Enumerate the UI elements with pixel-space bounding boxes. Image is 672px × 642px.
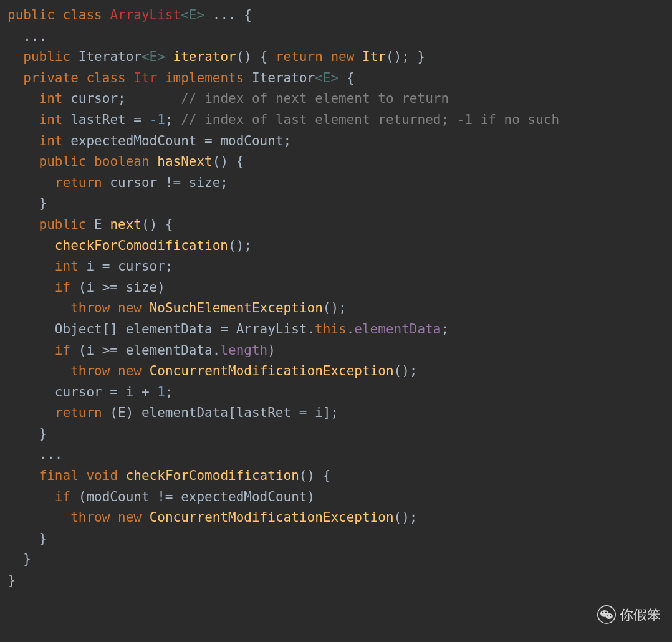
dot: . xyxy=(347,322,355,337)
keyword: int xyxy=(55,259,79,274)
constructor: ConcurrentModificationException xyxy=(150,363,394,378)
keyword: final xyxy=(39,468,79,483)
keyword: if xyxy=(55,343,70,358)
generic: <E> xyxy=(315,70,338,85)
rest: (E) elementData[lastRet = i]; xyxy=(102,405,338,420)
keyword: return xyxy=(276,49,323,64)
field: length xyxy=(220,343,267,358)
brace: } xyxy=(7,573,16,588)
punct: () { xyxy=(299,468,331,483)
keyword: throw xyxy=(70,510,110,525)
var: lastRet xyxy=(70,112,126,127)
method-name: next xyxy=(110,217,142,232)
keyword: public xyxy=(7,7,55,22)
watermark-text: 你假笨 xyxy=(620,604,661,626)
text: ... { xyxy=(204,7,252,22)
keyword: public xyxy=(23,49,70,64)
punct: (); xyxy=(323,300,347,315)
op: = xyxy=(126,112,150,127)
var: cursor; xyxy=(70,91,126,106)
keyword: class xyxy=(86,70,125,85)
keyword: this xyxy=(315,322,347,337)
keyword: int xyxy=(39,91,63,106)
punct: (); xyxy=(394,363,418,378)
expr: cursor != size; xyxy=(102,175,228,190)
keyword: throw xyxy=(70,300,110,315)
rest: (modCount != expectedModCount) xyxy=(70,489,315,504)
wechat-icon xyxy=(597,605,616,624)
lhs: Object[] elementData = ArrayList. xyxy=(55,322,315,337)
svg-point-4 xyxy=(605,612,607,613)
punct: (); xyxy=(394,510,418,525)
punct: () { xyxy=(142,217,173,232)
keyword: throw xyxy=(70,363,110,378)
comment: // index of next element to return xyxy=(181,91,449,106)
brace: } xyxy=(39,196,47,211)
keyword: new xyxy=(330,49,354,64)
punct: ; xyxy=(441,322,449,337)
var: expectedModCount xyxy=(70,133,196,148)
punct: (); xyxy=(228,238,252,253)
class-name: Itr xyxy=(133,70,157,85)
rest: (i >= elementData. xyxy=(70,343,220,358)
keyword: return xyxy=(55,405,102,420)
field: elementData xyxy=(354,322,441,337)
type: E xyxy=(94,217,102,232)
lhs: cursor = i + xyxy=(55,385,157,400)
svg-point-2 xyxy=(605,613,613,619)
op: = xyxy=(196,133,220,148)
constructor: Itr xyxy=(362,49,386,64)
keyword: class xyxy=(63,7,102,22)
number: -1 xyxy=(150,112,165,127)
rest: i = cursor; xyxy=(79,259,173,274)
brace: } xyxy=(39,426,47,441)
punct: () { xyxy=(213,154,244,169)
punct: (); } xyxy=(386,49,425,64)
number: 1 xyxy=(157,385,165,400)
ellipsis: ... xyxy=(39,447,63,462)
method-name: iterator xyxy=(173,49,236,64)
keyword: return xyxy=(55,175,102,190)
ellipsis: ... xyxy=(23,29,47,44)
brace: } xyxy=(39,531,47,546)
method-name: hasNext xyxy=(157,154,213,169)
punct: ; xyxy=(165,385,173,400)
keyword: new xyxy=(118,510,142,525)
keyword: new xyxy=(118,363,142,378)
punct: ) xyxy=(267,343,276,358)
comment: // index of last element returned; -1 if… xyxy=(181,112,559,127)
keyword: int xyxy=(39,133,63,148)
code-block: public class ArrayList<E> ... { ... publ… xyxy=(0,0,672,596)
keyword: implements xyxy=(165,70,244,85)
keyword: boolean xyxy=(94,154,150,169)
keyword: new xyxy=(118,300,142,315)
class-name: ArrayList xyxy=(110,7,181,22)
rhs: modCount; xyxy=(220,133,291,148)
rest: (i >= size) xyxy=(70,280,165,295)
generic: <E> xyxy=(142,49,165,64)
svg-point-5 xyxy=(607,615,608,616)
keyword: void xyxy=(86,468,118,483)
constructor: ConcurrentModificationException xyxy=(150,510,394,525)
method-name: checkForComodification xyxy=(126,468,299,483)
punct: ; xyxy=(165,112,181,127)
brace: } xyxy=(23,552,31,567)
type: Iterator xyxy=(79,49,142,64)
keyword: private xyxy=(23,70,79,85)
punct: () { xyxy=(236,49,276,64)
keyword: if xyxy=(55,489,70,504)
method-call: checkForComodification xyxy=(55,238,228,253)
keyword: public xyxy=(39,217,87,232)
svg-point-6 xyxy=(610,615,611,616)
keyword: int xyxy=(39,112,63,127)
generic: <E> xyxy=(181,7,204,22)
svg-point-3 xyxy=(602,612,603,613)
type: Iterator xyxy=(252,70,315,85)
punct: { xyxy=(338,70,354,85)
keyword: if xyxy=(55,280,70,295)
constructor: NoSuchElementException xyxy=(150,300,323,315)
keyword: public xyxy=(39,154,87,169)
watermark: 你假笨 xyxy=(597,604,661,626)
